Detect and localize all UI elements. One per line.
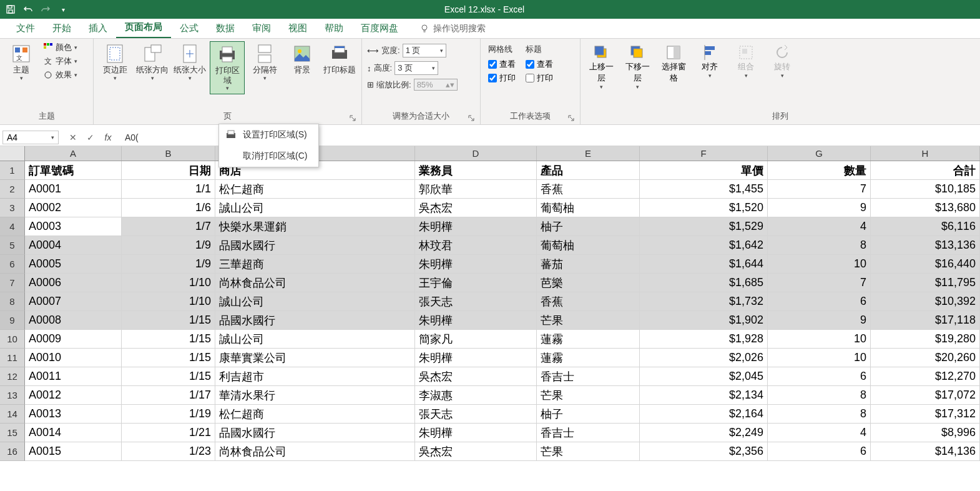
column-header[interactable]: H (871, 146, 980, 161)
cell[interactable]: 尚林食品公司 (215, 274, 415, 292)
cell[interactable]: $1,732 (640, 292, 768, 311)
cell[interactable]: 柚子 (537, 217, 640, 236)
cell[interactable]: 王宇倫 (415, 274, 537, 292)
cell[interactable]: 訂單號碼 (25, 161, 122, 180)
cell[interactable]: 郭欣華 (415, 180, 537, 199)
tab-home[interactable]: 开始 (44, 19, 80, 38)
row-header[interactable]: 6 (0, 255, 25, 274)
cancel-icon[interactable]: ✕ (67, 132, 79, 143)
cell[interactable]: $11,795 (871, 274, 980, 292)
tab-view[interactable]: 视图 (280, 19, 316, 38)
bring-forward-button[interactable]: 上移一层▾ (584, 41, 618, 92)
redo-icon[interactable] (40, 4, 51, 15)
row-header[interactable]: 13 (0, 386, 25, 405)
cell[interactable]: A0015 (25, 442, 122, 461)
cell[interactable]: 8 (768, 386, 871, 405)
cell[interactable]: 1/7 (122, 217, 215, 236)
qat-customize-icon[interactable]: ▾ (57, 4, 69, 15)
cell[interactable]: 1/19 (122, 405, 215, 424)
cell[interactable]: 8 (768, 236, 871, 255)
column-header[interactable]: F (640, 146, 768, 161)
cell[interactable]: 朱明樺 (415, 217, 537, 236)
set-print-area-item[interactable]: 设置打印区域(S) (219, 124, 318, 146)
gridlines-view-checkbox[interactable]: 查看 (488, 59, 516, 70)
gridlines-print-checkbox[interactable]: 打印 (488, 72, 516, 84)
tab-formulas[interactable]: 公式 (171, 19, 207, 38)
cell[interactable]: 品國水國行 (215, 311, 415, 330)
row-header[interactable]: 14 (0, 405, 25, 424)
headings-print-checkbox[interactable]: 打印 (526, 72, 553, 84)
cell[interactable]: 1/23 (122, 442, 215, 461)
cell[interactable]: 1/15 (122, 367, 215, 386)
row-header[interactable]: 8 (0, 292, 25, 311)
cell[interactable]: 品國水國行 (215, 236, 415, 255)
cell[interactable]: 簡家凡 (415, 330, 537, 349)
dialog-launcher-icon[interactable] (567, 114, 575, 122)
colors-button[interactable]: 颜色▾ (41, 41, 79, 54)
cell[interactable]: 張天志 (415, 292, 537, 311)
cell[interactable]: 1/17 (122, 386, 215, 405)
tell-me-search[interactable]: 操作说明搜索 (419, 23, 486, 38)
row-header[interactable]: 3 (0, 199, 25, 217)
cell[interactable]: $19,280 (871, 330, 980, 349)
cell[interactable]: 朱明樺 (415, 311, 537, 330)
fonts-button[interactable]: 文字体▾ (41, 55, 79, 67)
tab-page-layout[interactable]: 页面布局 (116, 17, 171, 38)
cell[interactable]: 1/15 (122, 330, 215, 349)
cell[interactable]: 8 (768, 405, 871, 424)
column-header[interactable]: G (768, 146, 871, 161)
align-button[interactable]: 对齐▾ (693, 41, 727, 81)
cell[interactable]: 誠山公司 (215, 199, 415, 217)
cell[interactable]: 三華超商 (215, 255, 415, 274)
cell[interactable]: 吳杰宏 (415, 367, 537, 386)
cell[interactable]: $20,260 (871, 349, 980, 367)
cell[interactable]: 7 (768, 274, 871, 292)
cell[interactable]: A0010 (25, 349, 122, 367)
cell[interactable]: $2,249 (640, 424, 768, 442)
tab-help[interactable]: 帮助 (316, 19, 352, 38)
cell[interactable]: 香吉士 (537, 424, 640, 442)
cell[interactable]: $2,045 (640, 367, 768, 386)
row-header[interactable]: 7 (0, 274, 25, 292)
row-header[interactable]: 2 (0, 180, 25, 199)
size-button[interactable]: 纸张大小▾ (172, 41, 207, 84)
cell[interactable]: $1,928 (640, 330, 768, 349)
cell[interactable]: 葡萄柚 (537, 199, 640, 217)
cell[interactable]: 10 (768, 255, 871, 274)
cell[interactable]: 芭樂 (537, 274, 640, 292)
spreadsheet-grid[interactable]: ABCDEFGH 1訂單號碼日期商店業務員產品單價數量合計2A00011/1松仁… (0, 146, 980, 461)
cell[interactable]: $17,312 (871, 405, 980, 424)
height-select[interactable]: 3 页▾ (394, 61, 438, 75)
dialog-launcher-icon[interactable] (468, 114, 475, 122)
cell[interactable]: $14,136 (871, 442, 980, 461)
cell[interactable]: 數量 (768, 161, 871, 180)
selection-pane-button[interactable]: 选择窗格 (657, 41, 690, 86)
cell[interactable]: 品國水國行 (215, 424, 415, 442)
tab-insert[interactable]: 插入 (80, 19, 116, 38)
cell[interactable]: $1,642 (640, 236, 768, 255)
cell[interactable]: 蕃茄 (537, 255, 640, 274)
print-area-button[interactable]: 打印区域▾ (210, 41, 245, 94)
send-backward-button[interactable]: 下移一层▾ (620, 41, 654, 92)
cell[interactable]: A0007 (25, 292, 122, 311)
cell[interactable]: 7 (768, 180, 871, 199)
fx-icon[interactable]: fx (102, 132, 114, 143)
cell[interactable]: $6,116 (871, 217, 980, 236)
column-header[interactable]: B (122, 146, 215, 161)
column-header[interactable]: A (25, 146, 122, 161)
dialog-launcher-icon[interactable] (349, 114, 356, 122)
column-header[interactable]: E (537, 146, 640, 161)
cell[interactable]: A0012 (25, 386, 122, 405)
cell[interactable]: 合計 (871, 161, 980, 180)
save-icon[interactable] (5, 4, 16, 15)
cell[interactable]: 1/6 (122, 199, 215, 217)
cell[interactable]: 10 (768, 330, 871, 349)
cell[interactable]: 朱明樺 (415, 424, 537, 442)
cell[interactable]: $13,680 (871, 199, 980, 217)
cell[interactable]: 1/10 (122, 292, 215, 311)
tab-data[interactable]: 数据 (207, 19, 243, 38)
cell[interactable]: 香蕉 (537, 292, 640, 311)
cell[interactable]: 產品 (537, 161, 640, 180)
cell[interactable]: 松仁超商 (215, 405, 415, 424)
cell[interactable]: A0013 (25, 405, 122, 424)
